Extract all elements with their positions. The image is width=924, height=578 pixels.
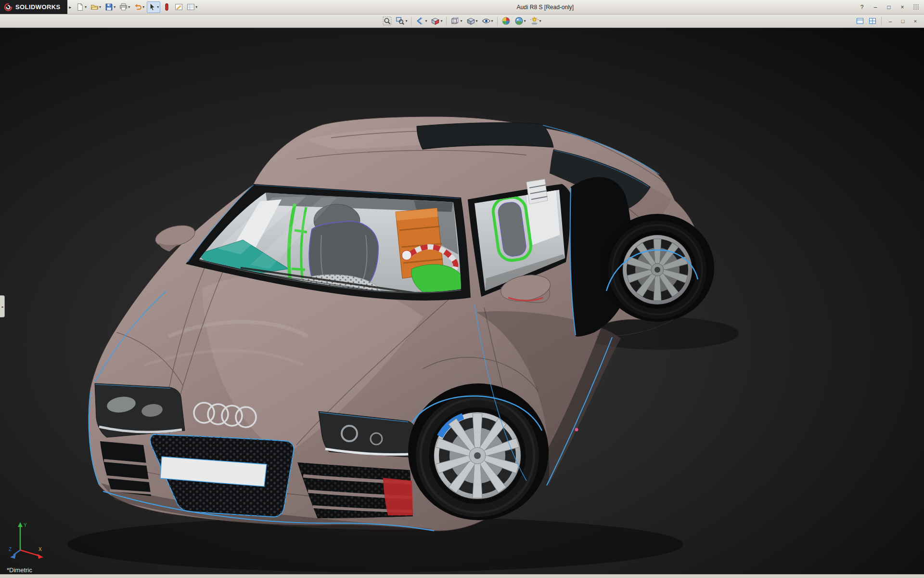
zoom-area-button[interactable]: ▾ — [394, 16, 409, 26]
doc-minimize-button[interactable]: – — [885, 16, 896, 26]
apply-scene-icon — [514, 16, 524, 26]
roof-glass[interactable] — [417, 123, 553, 149]
dropdown-arrow-icon[interactable]: ▾ — [425, 19, 427, 23]
dropdown-arrow-icon[interactable]: ▾ — [157, 5, 159, 9]
vent-panel — [526, 179, 548, 204]
origin-marker[interactable] — [575, 428, 578, 432]
app-grid-button[interactable] — [910, 1, 922, 13]
close-button[interactable]: × — [897, 1, 908, 13]
toolbar-separator — [881, 17, 882, 26]
dropdown-arrow-icon[interactable]: ▾ — [460, 19, 462, 23]
new-document-icon — [76, 3, 84, 11]
dropdown-arrow-icon[interactable]: ▾ — [142, 5, 144, 9]
dropdown-arrow-icon[interactable]: ▾ — [195, 5, 197, 9]
dropdown-arrow-icon[interactable]: ▾ — [539, 19, 541, 23]
brand-name: SOLIDWORKS — [15, 3, 61, 11]
3d-scene[interactable] — [0, 28, 924, 574]
dropdown-arrow-icon[interactable]: ▾ — [114, 5, 116, 9]
red-splitter-accent — [383, 478, 413, 515]
toolbar-separator — [411, 17, 411, 26]
undo-icon — [134, 3, 142, 11]
display-style-button[interactable]: ▾ — [465, 16, 479, 26]
doc-minimize-icon: – — [886, 17, 894, 25]
document-window-controls: –□× — [854, 14, 921, 27]
featuremanager-splitter-handle[interactable]: ◂▸ — [0, 295, 5, 317]
restore-button[interactable]: □ — [883, 1, 895, 13]
view-settings-icon — [530, 16, 539, 26]
y-axis-label: Y — [24, 523, 27, 528]
dropdown-arrow-icon[interactable]: ▾ — [476, 19, 478, 23]
doc-close-button[interactable]: × — [910, 16, 921, 26]
view-orientation-button[interactable]: ▾ — [449, 16, 463, 26]
x-axis-arrow — [38, 554, 43, 559]
select-button[interactable]: ▾ — [147, 1, 160, 13]
app-grid-icon — [912, 3, 920, 11]
viewport-layout-icon — [856, 17, 864, 25]
close-icon: × — [898, 3, 906, 11]
view-orientation-icon — [450, 16, 460, 26]
status-bar — [0, 574, 924, 578]
x-axis-label: X — [38, 547, 42, 552]
viewport-split-icon — [869, 17, 876, 25]
view-settings-button[interactable]: ▾ — [528, 16, 543, 26]
appearance-icon — [163, 3, 171, 11]
dropdown-arrow-icon[interactable]: ▾ — [491, 19, 493, 23]
viewport-split-button[interactable] — [867, 16, 878, 26]
edit-appearance-button[interactable] — [500, 16, 512, 26]
viewport-layout-button[interactable] — [855, 16, 865, 26]
graphics-area[interactable]: ◂▸ Y X Z *Dimetric — [0, 28, 924, 574]
new-document-button[interactable]: ▾ — [75, 1, 88, 13]
hide-show-items-button[interactable]: ▾ — [480, 16, 495, 26]
rear-wheel[interactable] — [601, 214, 714, 322]
y-axis-arrow — [18, 522, 23, 527]
appearance-button[interactable] — [161, 1, 172, 13]
toolbar-overflow-arrow[interactable]: ▸ — [67, 5, 74, 10]
dropdown-arrow-icon[interactable]: ▾ — [405, 19, 407, 23]
sketch-sheet-button[interactable] — [173, 1, 184, 13]
hide-show-items-icon — [482, 16, 491, 26]
toolbar-separator — [446, 17, 447, 26]
help-icon: ? — [858, 3, 866, 11]
dropdown-arrow-icon[interactable]: ▾ — [99, 5, 101, 9]
previous-view-icon — [415, 16, 424, 26]
display-style-icon — [466, 16, 475, 26]
z-axis-label: Z — [9, 547, 12, 552]
doc-close-icon: × — [911, 17, 919, 25]
solidworks-brand: SOLIDWORKS — [0, 0, 67, 14]
front-wheel[interactable] — [408, 383, 549, 520]
document-title: Audi R8 S [Read-only] — [516, 4, 574, 11]
heads-up-toolbar: ▾▾▾▾▾▾▾▾ — [381, 16, 543, 26]
select-icon — [148, 3, 156, 11]
doc-restore-button[interactable]: □ — [898, 16, 908, 26]
open-icon — [90, 3, 99, 11]
drawing-sheet-button[interactable]: ▾ — [185, 1, 199, 13]
open-button[interactable]: ▾ — [89, 1, 103, 13]
edit-appearance-icon — [501, 16, 511, 26]
dropdown-arrow-icon[interactable]: ▾ — [128, 5, 130, 9]
zoom-fit-button[interactable] — [381, 16, 393, 26]
print-button[interactable]: ▾ — [118, 1, 131, 13]
minimize-icon: – — [872, 3, 879, 11]
minimize-button[interactable]: – — [870, 1, 881, 13]
section-view-button[interactable]: ▾ — [429, 16, 444, 26]
title-bar: SOLIDWORKS ▸ ▾▾▾▾▾▾▾ Audi R8 S [Read-onl… — [0, 0, 924, 14]
dropdown-arrow-icon[interactable]: ▾ — [524, 19, 526, 23]
solidworks-app: SOLIDWORKS ▸ ▾▾▾▾▾▾▾ Audi R8 S [Read-onl… — [0, 0, 924, 578]
orientation-triad: Y X Z — [8, 520, 48, 563]
restore-icon: □ — [885, 3, 893, 11]
window-controls: ?–□× — [856, 1, 924, 13]
doc-restore-icon: □ — [899, 17, 907, 25]
help-button[interactable]: ? — [856, 1, 868, 13]
save-button[interactable]: ▾ — [103, 1, 117, 13]
save-icon — [105, 3, 113, 11]
previous-view-button[interactable]: ▾ — [414, 16, 428, 26]
section-view-icon — [431, 16, 440, 26]
zoom-area-icon — [396, 16, 405, 26]
toolbar-separator — [497, 17, 498, 26]
drawing-sheet-icon — [187, 3, 195, 11]
3ds-logo-icon — [4, 3, 13, 12]
undo-button[interactable]: ▾ — [132, 1, 146, 13]
dropdown-arrow-icon[interactable]: ▾ — [440, 19, 442, 23]
apply-scene-button[interactable]: ▾ — [513, 16, 527, 26]
dropdown-arrow-icon[interactable]: ▾ — [85, 5, 87, 9]
